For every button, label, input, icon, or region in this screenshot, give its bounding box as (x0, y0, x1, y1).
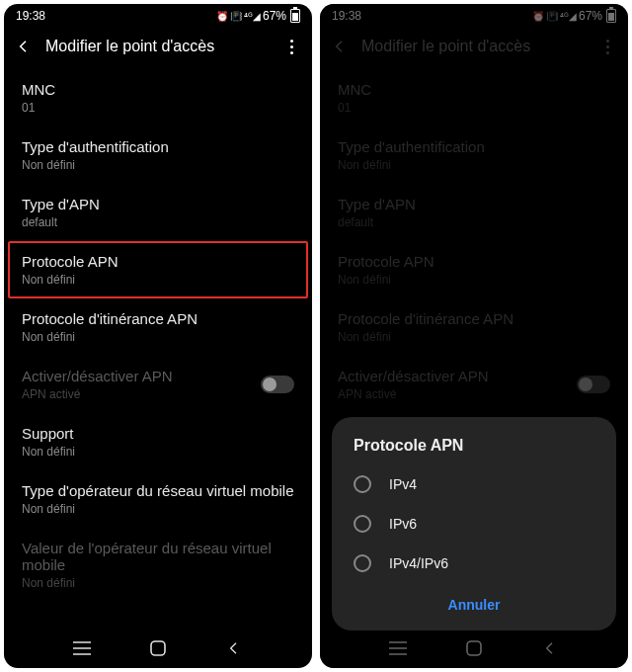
status-bar: 19:38 ⏰ 📳 ⁴ᴳ◢ 67% (4, 4, 312, 28)
battery-icon (290, 9, 300, 23)
setting-apn-protocol[interactable]: Protocole APN Non défini (8, 241, 308, 298)
svg-rect-3 (151, 641, 165, 655)
more-menu-button[interactable] (598, 40, 616, 54)
setting-apn-type[interactable]: Type d'APN default (8, 184, 308, 241)
dialog-cancel-button[interactable]: Annuler (332, 583, 616, 623)
page-title: Modifier le point d'accès (352, 38, 598, 55)
back-button[interactable] (16, 39, 36, 54)
status-icons: ⏰ 📳 ⁴ᴳ◢ 67% (532, 9, 616, 23)
setting-apn-type: Type d'APN default (324, 184, 624, 241)
radio-icon (354, 515, 371, 533)
radio-option-ipv4v6[interactable]: IPv4/IPv6 (332, 544, 616, 583)
phone-left: 19:38 ⏰ 📳 ⁴ᴳ◢ 67% Modifier le point d'ac… (4, 4, 312, 668)
apn-switch[interactable] (261, 376, 294, 393)
radio-option-ipv6[interactable]: IPv6 (332, 504, 616, 544)
apn-protocol-dialog: Protocole APN IPv4 IPv6 IPv4/IPv6 Annule… (332, 417, 616, 630)
signal-icon: ⁴ᴳ◢ (560, 11, 577, 22)
setting-apn-toggle: Activer/désactiver APN APN activé (324, 356, 624, 413)
nav-recents-button[interactable] (384, 634, 412, 662)
radio-option-ipv4[interactable]: IPv4 (332, 464, 616, 504)
nav-bar (4, 629, 312, 668)
setting-bearer[interactable]: Support Non défini (8, 413, 308, 470)
setting-auth-type[interactable]: Type d'authentification Non défini (8, 126, 308, 184)
setting-roaming-protocol[interactable]: Protocole d'itinérance APN Non défini (8, 298, 308, 356)
nav-back-button[interactable] (220, 634, 248, 662)
alarm-icon: ⏰ (216, 11, 228, 22)
radio-icon (354, 554, 371, 572)
title-bar: Modifier le point d'accès (320, 28, 628, 69)
setting-mnc[interactable]: MNC 01 (8, 69, 308, 126)
setting-apn-toggle: Activer/désactiver APN APN activé (8, 356, 308, 413)
back-button[interactable] (332, 39, 352, 54)
setting-mvno-type[interactable]: Type d'opérateur du réseau virtuel mobil… (8, 470, 308, 528)
apn-switch (577, 376, 610, 393)
alarm-icon: ⏰ (532, 11, 544, 22)
battery-icon (606, 9, 616, 23)
phone-right: 19:38 ⏰ 📳 ⁴ᴳ◢ 67% Modifier le point d'ac… (320, 4, 628, 668)
battery-percent: 67% (263, 9, 286, 23)
setting-auth-type: Type d'authentification Non défini (324, 126, 624, 184)
vibrate-icon: 📳 (230, 11, 242, 22)
status-icons: ⏰ 📳 ⁴ᴳ◢ 67% (216, 9, 300, 23)
nav-home-button[interactable] (144, 634, 172, 662)
nav-back-button[interactable] (536, 634, 564, 662)
more-menu-button[interactable] (282, 40, 300, 54)
nav-recents-button[interactable] (68, 634, 96, 662)
setting-mnc: MNC 01 (324, 69, 624, 126)
title-bar: Modifier le point d'accès (4, 28, 312, 69)
dialog-title: Protocole APN (332, 437, 616, 464)
page-title: Modifier le point d'accès (36, 38, 282, 55)
setting-apn-protocol: Protocole APN Non défini (324, 241, 624, 298)
setting-roaming-protocol: Protocole d'itinérance APN Non défini (324, 298, 624, 356)
svg-rect-7 (467, 641, 481, 655)
nav-bar (320, 629, 628, 668)
status-time: 19:38 (332, 9, 361, 23)
status-time: 19:38 (16, 9, 45, 23)
vibrate-icon: 📳 (546, 11, 558, 22)
status-bar: 19:38 ⏰ 📳 ⁴ᴳ◢ 67% (320, 4, 628, 28)
battery-percent: 67% (579, 9, 602, 23)
nav-home-button[interactable] (460, 634, 488, 662)
setting-mvno-value: Valeur de l'opérateur du réseau virtuel … (8, 528, 308, 602)
settings-list: MNC 01 Type d'authentification Non défin… (4, 69, 312, 629)
radio-icon (354, 475, 371, 493)
signal-icon: ⁴ᴳ◢ (244, 11, 261, 22)
